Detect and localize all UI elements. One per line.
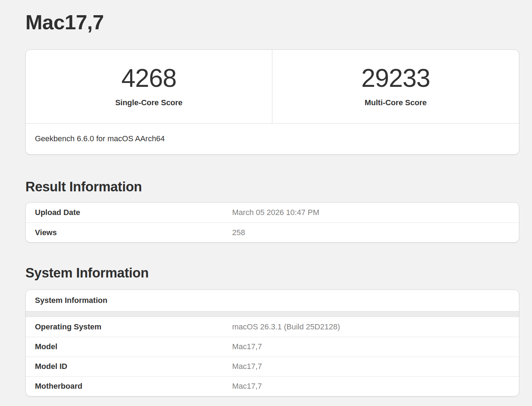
views-value: 258 xyxy=(232,228,245,237)
views-label: Views xyxy=(26,228,232,237)
multi-core-score-value: 29233 xyxy=(361,65,430,91)
system-information-heading: System Information xyxy=(25,265,519,281)
motherboard-value: Mac17,7 xyxy=(232,382,262,391)
model-id-value: Mac17,7 xyxy=(232,362,262,371)
multi-core-score-label: Multi-Core Score xyxy=(364,98,427,107)
model-value: Mac17,7 xyxy=(232,342,262,351)
single-core-score-cell: 4268 Single-Core Score xyxy=(26,50,272,123)
single-core-score-value: 4268 xyxy=(121,65,176,91)
multi-core-score-cell: 29233 Multi-Core Score xyxy=(272,50,519,123)
page-title: Mac17,7 xyxy=(25,10,519,35)
benchmark-version-text: Geekbench 6.6.0 for macOS AArch64 xyxy=(26,123,519,154)
operating-system-label: Operating System xyxy=(26,322,232,332)
model-label: Model xyxy=(26,342,232,351)
table-row-motherboard: Motherboard Mac17,7 xyxy=(26,376,519,396)
system-information-card: System Information Operating System macO… xyxy=(25,289,519,396)
table-header-divider xyxy=(26,311,519,317)
single-core-score-label: Single-Core Score xyxy=(115,98,183,107)
score-summary-card: 4268 Single-Core Score 29233 Multi-Core … xyxy=(25,49,519,155)
table-row-views: Views 258 xyxy=(26,222,519,242)
table-row-operating-system: Operating System macOS 26.3.1 (Build 25D… xyxy=(26,317,519,337)
motherboard-label: Motherboard xyxy=(26,382,232,391)
table-row-model-id: Model ID Mac17,7 xyxy=(26,357,519,376)
result-information-heading: Result Information xyxy=(25,179,519,195)
table-row-model: Model Mac17,7 xyxy=(26,337,519,357)
geekbench-result-page: Mac17,7 4268 Single-Core Score 29233 Mul… xyxy=(25,10,519,396)
result-information-card: Upload Date March 05 2026 10:47 PM Views… xyxy=(25,202,519,243)
operating-system-value: macOS 26.3.1 (Build 25D2128) xyxy=(232,322,340,332)
model-id-label: Model ID xyxy=(26,362,232,371)
table-row-upload-date: Upload Date March 05 2026 10:47 PM xyxy=(26,203,519,222)
system-information-table-header: System Information xyxy=(26,290,519,311)
upload-date-label: Upload Date xyxy=(26,208,232,217)
score-row: 4268 Single-Core Score 29233 Multi-Core … xyxy=(26,50,519,123)
upload-date-value: March 05 2026 10:47 PM xyxy=(232,208,319,217)
